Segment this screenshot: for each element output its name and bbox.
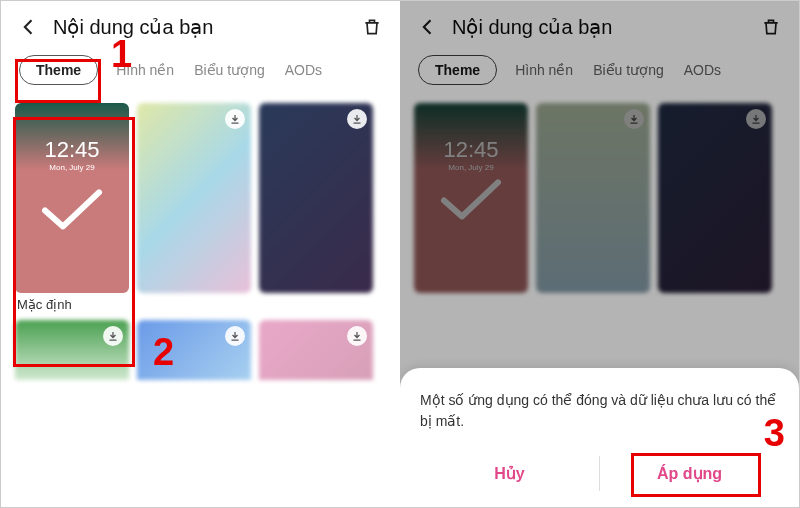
back-icon[interactable]: [19, 17, 39, 37]
trash-icon[interactable]: [362, 17, 382, 37]
tab-aods[interactable]: AODs: [283, 56, 324, 84]
screenshot-right: Nội dung của bạn Theme Hình nền Biểu tượ…: [400, 1, 799, 507]
tab-icons[interactable]: Biểu tượng: [192, 56, 267, 84]
annotation-number-2: 2: [153, 331, 174, 374]
screenshot-left: Nội dung của bạn Theme Hình nền Biểu tượ…: [1, 1, 400, 507]
theme-caption: [137, 293, 251, 297]
theme-caption: [259, 293, 373, 297]
annotation-box-2: [13, 117, 135, 367]
theme-thumb[interactable]: [259, 320, 373, 380]
annotation-number-3: 3: [764, 412, 785, 455]
sheet-message: Một số ứng dụng có thể đóng và dữ liệu c…: [420, 390, 779, 432]
annotation-box-1: [15, 59, 101, 103]
download-badge-icon: [225, 109, 245, 129]
theme-thumb[interactable]: [259, 103, 373, 312]
topbar: Nội dung của bạn: [1, 1, 400, 47]
download-badge-icon: [347, 109, 367, 129]
theme-thumb[interactable]: [137, 103, 251, 312]
cancel-button[interactable]: Hủy: [420, 456, 599, 491]
page-title: Nội dung của bạn: [53, 15, 348, 39]
annotation-box-3: [631, 453, 761, 497]
download-badge-icon: [347, 326, 367, 346]
download-badge-icon: [225, 326, 245, 346]
annotation-number-1: 1: [111, 33, 132, 76]
